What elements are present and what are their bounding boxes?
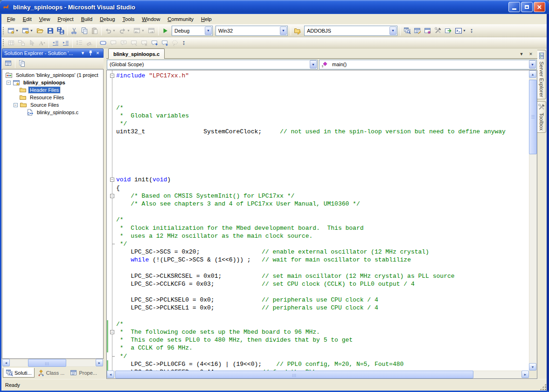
select-pointer-button[interactable]	[27, 38, 37, 48]
display-objects-button[interactable]	[6, 38, 16, 48]
font-size-button[interactable]: A	[37, 38, 47, 48]
menu-item-edit[interactable]: Edit	[19, 15, 35, 23]
solution-explorer-button[interactable]	[402, 26, 412, 36]
copy-button[interactable]	[79, 26, 90, 36]
decrease-indent-button[interactable]	[50, 38, 61, 48]
hscroll-thumb[interactable]: |||	[28, 359, 66, 367]
code-editor-surface[interactable]: −#include "LPC17xx.h"/* * Global variabl…	[107, 70, 529, 371]
tree-item-header-files[interactable]: Header Files	[2, 86, 103, 94]
comment-block-button[interactable]	[98, 38, 108, 48]
new-item-button[interactable]: ▼	[6, 26, 21, 36]
dropdown-arrow-icon[interactable]: ▼	[15, 29, 19, 32]
scroll-left-button[interactable]: ◄	[107, 371, 114, 378]
fold-collapse-icon[interactable]: −	[110, 330, 114, 334]
toolbar-overflow-button[interactable]: ▾▾	[469, 28, 474, 33]
uncomment-block-button[interactable]	[108, 38, 118, 48]
members-dropdown[interactable]: main() ▼	[319, 60, 537, 69]
menu-item-help[interactable]: Help	[197, 15, 215, 23]
fold-collapse-icon[interactable]: −	[110, 178, 114, 182]
window-position-menu-button[interactable]: ▼	[79, 50, 86, 56]
chevron-down-icon[interactable]: ▼	[310, 60, 317, 69]
document-tab[interactable]: blinky_spinloops.c	[108, 48, 165, 59]
types-dropdown[interactable]: (Global Scope) ▼	[107, 60, 318, 69]
toolbar-overflow-button[interactable]: ▾▾	[181, 41, 187, 45]
dropdown-arrow-icon[interactable]: ▼	[141, 29, 145, 32]
close-document-button[interactable]: ✕	[527, 50, 535, 57]
dropdown-arrow-icon[interactable]: ▼	[112, 29, 116, 32]
toolbox-button[interactable]	[433, 26, 443, 36]
scroll-right-button[interactable]: ►	[96, 359, 103, 366]
navigate-forward-button[interactable]	[146, 26, 157, 36]
scroll-left-button[interactable]: ◄	[2, 359, 10, 366]
tree-item-resource-files[interactable]: Resource Files	[2, 94, 103, 101]
vscroll-thumb[interactable]: |||	[529, 80, 537, 154]
menu-item-view[interactable]: View	[35, 15, 54, 23]
add-existing-item-button[interactable]: ▼	[21, 26, 35, 36]
tool-window-tab-class[interactable]: Class ...	[35, 368, 68, 378]
dropdown-arrow-icon[interactable]: ▼	[462, 29, 466, 32]
hscroll-thumb[interactable]: |||	[115, 371, 473, 378]
open-file-button[interactable]	[35, 26, 45, 36]
autohide-tab-toolbox[interactable]: Toolbox	[537, 101, 546, 133]
undo-button[interactable]: ▼	[103, 26, 118, 36]
tree-expander-icon[interactable]: −	[7, 81, 11, 85]
pin-button[interactable]	[87, 50, 94, 56]
resize-grip[interactable]	[540, 384, 546, 390]
comment-selection-button[interactable]	[118, 38, 129, 48]
chevron-down-icon[interactable]: ▼	[280, 27, 287, 35]
navigate-back-button[interactable]: ▼	[132, 26, 146, 36]
fold-collapse-icon[interactable]: −	[110, 194, 114, 198]
menu-item-file[interactable]: File	[3, 15, 19, 23]
find-in-files-button[interactable]	[292, 26, 303, 36]
line-spacing-button[interactable]	[74, 38, 84, 48]
tree-item-source-files[interactable]: −Source Files	[2, 101, 103, 109]
scroll-down-button[interactable]: ▼	[529, 363, 536, 371]
show-all-files-button[interactable]	[17, 58, 27, 69]
dropdown-arrow-icon[interactable]: ▼	[29, 29, 34, 32]
clear-formatting-button[interactable]	[84, 38, 95, 48]
paste-button[interactable]	[90, 26, 100, 36]
start-debug-button[interactable]	[160, 26, 170, 36]
comment-delete-button[interactable]	[139, 38, 149, 48]
panel-close-button[interactable]: ✕	[94, 50, 101, 56]
maximize-button[interactable]	[521, 2, 533, 12]
save-button[interactable]	[45, 26, 56, 36]
dropdown-arrow-icon[interactable]: ▼	[126, 29, 131, 32]
find-combo-combo[interactable]: ADDOBJS▼	[304, 26, 397, 36]
scroll-up-button[interactable]: ▲	[529, 70, 536, 78]
next-bookmark-button[interactable]	[160, 38, 170, 48]
menu-item-community[interactable]: Community	[164, 15, 197, 23]
toolbar-grip[interactable]	[2, 27, 4, 35]
save-all-button[interactable]	[56, 26, 66, 36]
menu-item-window[interactable]: Window	[138, 15, 164, 23]
active-files-dropdown-button[interactable]: ▼	[518, 50, 525, 57]
increase-indent-button[interactable]	[61, 38, 71, 48]
editor-hscrollbar[interactable]: ◄ ||| ►	[107, 371, 529, 378]
solution-platform-combo[interactable]: Win32▼	[215, 26, 288, 36]
comment-task-button[interactable]	[129, 38, 139, 48]
clear-bookmarks-button[interactable]	[170, 38, 180, 48]
scroll-right-button[interactable]: ►	[521, 371, 529, 378]
tree-expander-icon[interactable]: −	[14, 103, 18, 107]
menu-item-project[interactable]: Project	[54, 15, 77, 23]
chevron-down-icon[interactable]: ▼	[205, 27, 212, 35]
editor-vscrollbar[interactable]: ▲ ||| ▼	[529, 70, 537, 371]
solution-explorer-hscrollbar[interactable]: ◄ ||| ►	[2, 359, 103, 367]
menu-item-tools[interactable]: Tools	[119, 15, 139, 23]
tree-item-blinky-spinloops-c[interactable]: C++blinky_spinloops.c	[2, 109, 103, 116]
previous-bookmark-button[interactable]	[149, 38, 160, 48]
cut-button[interactable]	[69, 26, 79, 36]
object-browser-button[interactable]	[423, 26, 433, 36]
command-window-button[interactable]: ▼	[453, 26, 468, 36]
tool-window-tab-soluti[interactable]: Soluti...	[3, 368, 35, 378]
start-page-button[interactable]	[443, 26, 453, 36]
tree-item-blinky-spinloops[interactable]: −blinky_spinloops	[2, 79, 103, 86]
chevron-down-icon[interactable]: ▼	[529, 60, 536, 69]
close-button[interactable]: ✕	[534, 2, 545, 12]
redo-button[interactable]: ▼	[118, 26, 132, 36]
autohide-tab-server-explorer[interactable]: Server Explorer	[537, 50, 546, 99]
properties-window-button[interactable]	[412, 26, 423, 36]
fold-collapse-icon[interactable]: −	[110, 74, 114, 78]
tree-item-solution-blinky-spinloops-1-project[interactable]: Solution 'blinky_spinloops' (1 project	[2, 71, 103, 79]
chevron-down-icon[interactable]: ▼	[389, 27, 396, 35]
